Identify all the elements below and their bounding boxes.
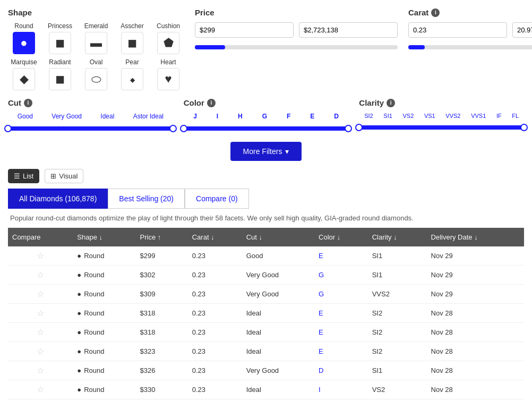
cut-cell: Very Good — [242, 285, 314, 304]
carat-cell: 0.23 — [188, 285, 242, 304]
shape-item-asscher[interactable]: Asscher◼ — [116, 22, 148, 54]
shape-icon-emerald: ▬ — [85, 32, 107, 54]
shape-item-princess[interactable]: Princess◼ — [44, 22, 76, 54]
clarity-label[interactable]: SI1 — [383, 113, 392, 119]
cut-thumb-right[interactable] — [169, 125, 177, 132]
compare-cell: ☆ — [8, 380, 73, 399]
carat-info-icon[interactable]: i — [431, 8, 440, 17]
cut-cell: Ideal — [242, 342, 314, 361]
star-icon[interactable]: ☆ — [37, 270, 44, 279]
shape-item-cushion[interactable]: Cushion⬟ — [152, 22, 184, 54]
visual-view-button[interactable]: ⊞ Visual — [45, 169, 83, 183]
cut-cell: Ideal — [242, 304, 314, 323]
shape-icon-oval: ⬭ — [85, 68, 107, 90]
star-icon[interactable]: ☆ — [37, 347, 44, 356]
column-header-clarity[interactable]: Clarity ↓ — [368, 228, 427, 246]
view-toggle-row: ☰ List ⊞ Visual — [8, 169, 524, 183]
table-header: CompareShape ↓Price ↑Carat ↓Cut ↓Color ↓… — [8, 228, 524, 246]
carat-cell: 0.23 — [188, 342, 242, 361]
shape-item-pear[interactable]: Pear⬥ — [116, 58, 148, 90]
shape-label: Heart — [160, 58, 176, 66]
shape-icon-pear: ⬥ — [121, 68, 143, 90]
color-label[interactable]: H — [238, 113, 243, 120]
clarity-label[interactable]: VS1 — [424, 113, 435, 119]
star-icon[interactable]: ☆ — [37, 385, 44, 394]
compare-cell: ☆ — [8, 246, 73, 266]
shape-item-oval[interactable]: Oval⬭ — [80, 58, 112, 90]
color-info-icon[interactable]: i — [207, 99, 216, 107]
tab-compare--0-[interactable]: Compare (0) — [185, 189, 249, 209]
carat-max-input[interactable] — [512, 22, 532, 38]
clarity-thumb-right[interactable] — [520, 124, 528, 131]
carat-cell: 0.23 — [188, 304, 242, 323]
list-view-button[interactable]: ☰ List — [8, 169, 39, 183]
list-icon: ☰ — [14, 172, 20, 180]
more-filters-button[interactable]: More Filters ▾ — [230, 142, 302, 161]
clarity-info-icon[interactable]: i — [387, 99, 395, 107]
color-thumb-left[interactable] — [180, 125, 187, 132]
column-header-color[interactable]: Color ↓ — [314, 228, 368, 246]
compare-cell: ☆ — [8, 266, 73, 285]
color-label[interactable]: I — [217, 113, 218, 120]
price-cell: $323 — [136, 342, 188, 361]
clarity-label[interactable]: VVS2 — [445, 113, 460, 119]
clarity-label[interactable]: VS2 — [402, 113, 414, 119]
color-slider[interactable] — [184, 123, 349, 134]
cut-cell: Ideal — [242, 323, 314, 342]
star-icon[interactable]: ☆ — [37, 289, 44, 298]
color-label[interactable]: G — [262, 113, 267, 120]
color-fill — [184, 126, 349, 131]
cut-label[interactable]: Ideal — [100, 113, 114, 120]
carat-cell: 0.23 — [188, 380, 242, 399]
color-label[interactable]: F — [287, 113, 290, 120]
visual-view-label: Visual — [59, 172, 78, 180]
cut-slider[interactable] — [8, 123, 173, 134]
cut-cell: Good — [242, 246, 314, 266]
column-header-shape[interactable]: Shape ↓ — [73, 228, 135, 246]
clarity-slider[interactable] — [359, 122, 524, 133]
shape-filter: Shape Round●Princess◼Emerald▬Asscher◼Cus… — [8, 8, 184, 90]
column-header-price[interactable]: Price ↑ — [136, 228, 188, 246]
tab-all-diamonds--106-878-[interactable]: All Diamonds (106,878) — [8, 189, 108, 209]
color-thumb-right[interactable] — [345, 125, 352, 132]
cut-label[interactable]: Good — [18, 113, 33, 120]
price-cell: $326 — [136, 361, 188, 380]
star-icon[interactable]: ☆ — [37, 366, 44, 375]
star-icon[interactable]: ☆ — [37, 251, 44, 260]
cut-label[interactable]: Very Good — [52, 113, 82, 120]
cut-label[interactable]: Astor Ideal — [133, 113, 164, 120]
color-labels: JIHGFED — [184, 113, 349, 120]
tab-best-selling--20-[interactable]: Best Selling (20) — [108, 189, 185, 209]
price-bar-fill — [195, 45, 225, 49]
clarity-label[interactable]: FL — [512, 113, 519, 119]
shape-item-marquise[interactable]: Marquise◆ — [8, 58, 40, 90]
price-min-input[interactable] — [195, 22, 294, 38]
tabs-row: All Diamonds (106,878)Best Selling (20)C… — [8, 189, 524, 209]
color-label[interactable]: E — [310, 113, 314, 120]
star-icon[interactable]: ☆ — [37, 328, 44, 337]
clarity-label[interactable]: SI2 — [364, 113, 373, 119]
shape-cell: ●Round — [73, 304, 135, 323]
column-header-cut[interactable]: Cut ↓ — [242, 228, 314, 246]
carat-min-input[interactable] — [408, 22, 507, 38]
compare-cell: ☆ — [8, 323, 73, 342]
price-max-input[interactable] — [299, 22, 398, 38]
shape-item-emerald[interactable]: Emerald▬ — [80, 22, 112, 54]
shape-item-heart[interactable]: Heart♥ — [152, 58, 184, 90]
star-icon[interactable]: ☆ — [37, 309, 44, 318]
cut-info-icon[interactable]: i — [24, 99, 32, 107]
shape-item-radiant[interactable]: Radiant◼ — [44, 58, 76, 90]
clarity-label[interactable]: VVS1 — [471, 113, 486, 119]
shape-item-round[interactable]: Round● — [8, 22, 40, 54]
color-label[interactable]: J — [193, 113, 197, 120]
column-header-delivery-date[interactable]: Delivery Date ↓ — [427, 228, 524, 246]
column-header-carat[interactable]: Carat ↓ — [188, 228, 242, 246]
cut-track — [8, 126, 173, 131]
clarity-label[interactable]: IF — [496, 113, 502, 119]
color-label[interactable]: D — [334, 113, 339, 120]
list-view-label: List — [23, 172, 33, 180]
color-cell: I — [314, 380, 368, 399]
column-header-compare[interactable]: Compare — [8, 228, 73, 246]
clarity-thumb-left[interactable] — [355, 124, 363, 131]
cut-thumb-left[interactable] — [4, 125, 12, 132]
